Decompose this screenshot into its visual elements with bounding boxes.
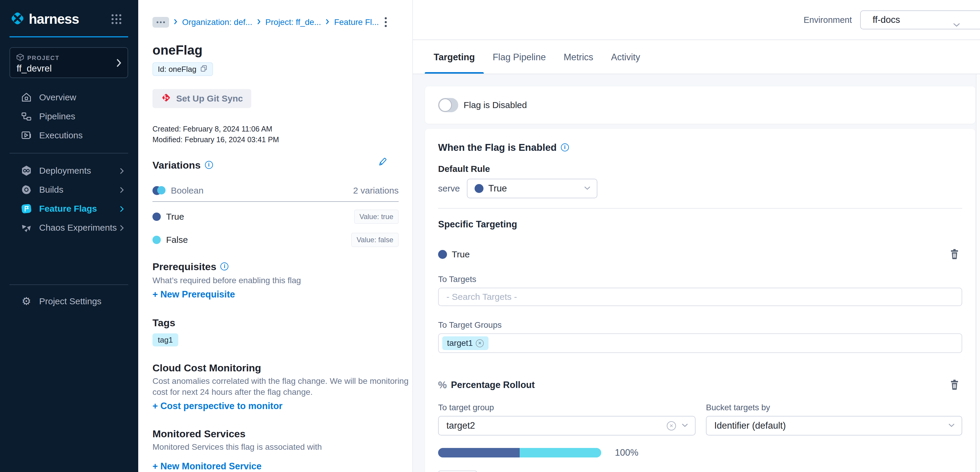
tab-targeting[interactable]: Targeting xyxy=(425,40,484,74)
project-cube-icon xyxy=(16,53,24,63)
sidebar-item-label: Deployments xyxy=(39,166,91,176)
search-targets-input[interactable] xyxy=(438,288,962,306)
prerequisites-heading: Prerequisites xyxy=(153,261,216,273)
pipelines-icon xyxy=(21,111,32,122)
tab-metrics[interactable]: Metrics xyxy=(555,40,602,74)
variation-value-chip: Value: false xyxy=(351,233,399,247)
project-selector[interactable]: PROJECT ff_devrel xyxy=(10,47,128,78)
clear-selection-icon[interactable]: ✕ xyxy=(667,421,676,431)
true-weight-input[interactable] xyxy=(438,470,477,472)
chevron-right-icon xyxy=(120,187,124,195)
default-serve-select[interactable]: True xyxy=(467,179,597,198)
breadcrumb-link-project[interactable]: Project: ff_de... xyxy=(266,18,321,27)
percentage-rollout-heading: Percentage Rollout xyxy=(451,380,535,391)
sidebar: harness PROJECT ff_devrel xyxy=(0,0,138,472)
more-options-icon[interactable] xyxy=(383,16,388,29)
breadcrumb: Organization: def... Project: ff_de... F… xyxy=(153,16,399,29)
new-prerequisite-button[interactable]: + New Prerequisite xyxy=(153,289,399,300)
breadcrumb-ellipsis-button[interactable] xyxy=(153,17,169,28)
targeting-rules-card: When the Flag is Enabled i Default Rule … xyxy=(425,129,975,472)
default-serve-value: True xyxy=(488,183,507,194)
rollout-true-segment xyxy=(438,448,520,458)
delete-percentage-rollout-icon[interactable] xyxy=(950,379,959,392)
project-label: PROJECT xyxy=(27,54,59,61)
targeting-content: Flag is Disabled When the Flag is Enable… xyxy=(413,74,980,472)
delete-specific-targeting-icon[interactable] xyxy=(950,249,959,261)
true-variation-dot xyxy=(438,250,447,259)
sidebar-item-feature-flags[interactable]: Feature Flags xyxy=(0,199,138,218)
copy-icon[interactable] xyxy=(200,64,208,74)
info-icon[interactable]: i xyxy=(561,144,569,151)
true-variation-dot xyxy=(474,184,484,193)
tab-activity[interactable]: Activity xyxy=(602,40,649,74)
environment-label: Environment xyxy=(803,10,852,29)
cost-perspective-button[interactable]: + Cost perspective to monitor xyxy=(153,400,399,412)
cloud-cost-description: Cost anomalies correlated with the flag … xyxy=(153,376,414,397)
info-icon[interactable]: i xyxy=(205,161,213,169)
target-groups-input[interactable]: target1 ✕ xyxy=(438,333,962,353)
chevron-right-icon xyxy=(174,19,177,26)
tag-chip[interactable]: tag1 xyxy=(153,333,178,346)
setup-git-sync-button[interactable]: Set Up Git Sync xyxy=(153,89,251,108)
sidebar-accent-divider xyxy=(10,36,128,37)
flag-enabled-toggle[interactable] xyxy=(438,98,458,112)
rollout-inputs-row: target2 ✕ Identifier (default) xyxy=(438,416,962,435)
breadcrumb-link-feature-flags[interactable]: Feature Fl... xyxy=(334,18,379,27)
sidebar-item-chaos-experiments[interactable]: Chaos Experiments xyxy=(0,218,138,237)
variations-heading: Variations xyxy=(153,159,201,171)
info-icon[interactable]: i xyxy=(220,262,228,270)
remove-target-group-icon[interactable]: ✕ xyxy=(476,339,484,347)
feature-flags-icon xyxy=(21,203,32,214)
specific-variation-name: True xyxy=(452,249,470,260)
divider xyxy=(438,208,962,209)
default-rule-row: serve True xyxy=(438,179,962,198)
sidebar-item-pipelines[interactable]: Pipelines xyxy=(0,107,138,126)
monitored-services-heading: Monitored Services xyxy=(153,428,399,440)
cloud-cost-heading: Cloud Cost Monitoring xyxy=(153,362,399,374)
vertical-scrollbar[interactable] xyxy=(976,74,980,472)
rollout-weight-row: % True xyxy=(438,470,962,472)
apps-grid-icon[interactable] xyxy=(111,14,121,24)
executions-icon xyxy=(21,130,32,141)
breadcrumb-link-organization[interactable]: Organization: def... xyxy=(182,18,252,27)
sidebar-item-overview[interactable]: Overview xyxy=(0,88,138,107)
rollout-target-group-select[interactable]: target2 ✕ xyxy=(438,416,695,435)
target-group-chip: target1 ✕ xyxy=(442,336,488,350)
bucket-targets-by-label: Bucket targets by xyxy=(706,403,962,412)
brand[interactable]: harness xyxy=(10,11,79,27)
environment-value: ff-docs xyxy=(873,14,900,25)
page-title: oneFlag xyxy=(153,43,399,57)
flag-state-label: Flag is Disabled xyxy=(464,100,527,110)
serve-label: serve xyxy=(438,183,460,193)
builds-icon xyxy=(21,184,32,195)
sidebar-item-label: Builds xyxy=(39,185,64,195)
bucket-targets-by-select[interactable]: Identifier (default) xyxy=(706,416,962,435)
true-variation-dot xyxy=(153,212,161,221)
chevron-down-icon xyxy=(682,423,688,428)
variation-type-row: Boolean 2 variations xyxy=(153,185,399,196)
sidebar-item-label: Overview xyxy=(39,92,76,102)
prerequisites-description: What’s required before enabling this fla… xyxy=(153,275,399,286)
sidebar-item-executions[interactable]: Executions xyxy=(0,126,138,145)
environment-select[interactable]: ff-docs xyxy=(860,10,980,29)
new-monitored-service-button[interactable]: + New Monitored Service xyxy=(153,461,399,472)
chevron-right-icon xyxy=(120,167,124,176)
specific-targeting-heading: Specific Targeting xyxy=(438,219,962,230)
variation-value-chip: Value: true xyxy=(354,210,399,224)
chevron-right-icon xyxy=(326,19,329,26)
to-target-groups-label: To Target Groups xyxy=(438,320,962,330)
sidebar-item-deployments[interactable]: Deployments xyxy=(0,161,138,180)
harness-logo-icon xyxy=(10,11,25,27)
target-group-chip-label: target1 xyxy=(447,338,473,348)
percentage-rollout-row: % Percentage Rollout xyxy=(438,379,962,391)
sidebar-item-builds[interactable]: Builds xyxy=(0,180,138,199)
percent-icon: % xyxy=(438,380,447,391)
sidebar-item-project-settings[interactable]: ⚙ Project Settings xyxy=(0,292,138,311)
tab-flag-pipeline[interactable]: Flag Pipeline xyxy=(484,40,555,74)
variations-heading-row: Variations i xyxy=(153,159,399,171)
tags-heading: Tags xyxy=(153,317,399,328)
edit-variations-icon[interactable] xyxy=(378,157,387,168)
flag-id-chip[interactable]: Id: oneFlag xyxy=(153,62,213,76)
variation-type: Boolean xyxy=(171,185,204,196)
chevron-down-icon xyxy=(584,186,590,191)
